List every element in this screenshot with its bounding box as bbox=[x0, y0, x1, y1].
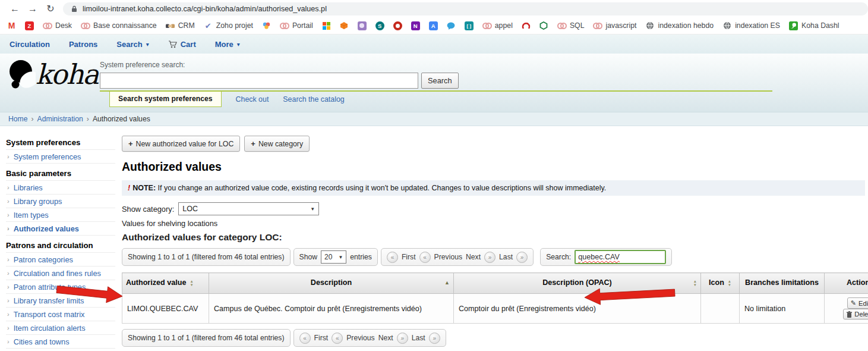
bookmark-crm[interactable]: CRM bbox=[166, 21, 195, 30]
next-page-icon[interactable]: » bbox=[397, 333, 408, 344]
bookmark-sharepoint[interactable] bbox=[375, 21, 384, 30]
bookmark-base-connaissance[interactable]: Base connaissance bbox=[81, 21, 157, 30]
column-authorized-value[interactable]: Authorized value▲▼ bbox=[122, 273, 209, 294]
green-hexagon-icon bbox=[539, 21, 548, 30]
table-search: Search: quebec.CAV bbox=[540, 248, 672, 266]
next-page-button[interactable]: Next bbox=[466, 253, 481, 261]
sidebar-item-item-circulation-alerts[interactable]: ›Item circulation alerts bbox=[6, 321, 115, 335]
sidebar-item-cities-and-towns[interactable]: ›Cities and towns bbox=[6, 335, 115, 349]
bookmark-cube[interactable] bbox=[340, 21, 349, 30]
nav-search[interactable]: Search▾ bbox=[116, 40, 149, 49]
chevron-right-icon: › bbox=[7, 283, 10, 290]
last-page-icon[interactable]: » bbox=[429, 333, 440, 344]
sidebar-item-patron-attribute-types[interactable]: ›Patron attribute types bbox=[6, 280, 115, 294]
header-search-tabs: Search system preferences Check out Sear… bbox=[100, 90, 772, 107]
first-page-icon[interactable]: « bbox=[299, 333, 311, 344]
sidebar-item-item-types[interactable]: ›Item types bbox=[6, 208, 115, 222]
handshake-icon bbox=[166, 21, 175, 30]
bookmark-koha-dash[interactable]: Koha Dashl bbox=[789, 21, 839, 30]
bookmark-onenote[interactable] bbox=[411, 21, 420, 30]
bookmark-gear[interactable] bbox=[393, 21, 402, 30]
bookmark-appel[interactable]: appel bbox=[482, 21, 513, 30]
sidebar-item-patron-categories[interactable]: ›Patron categories bbox=[6, 252, 115, 267]
trash-icon bbox=[847, 311, 852, 318]
code-brackets-icon bbox=[465, 21, 474, 30]
bookmark-javascript[interactable]: javascript bbox=[593, 21, 636, 30]
table-pagination: «First «Previous Next» Last» bbox=[293, 329, 446, 347]
sidebar-item-library-transfer-limits[interactable]: ›Library transfer limits bbox=[6, 294, 115, 308]
bookmark-microsoft[interactable] bbox=[322, 21, 331, 30]
breadcrumb-administration[interactable]: Administration bbox=[37, 115, 83, 123]
syspref-search-button[interactable]: Search bbox=[421, 73, 459, 89]
sort-icon[interactable]: ▲▼ bbox=[190, 280, 193, 286]
show-category-label: Show category: bbox=[122, 205, 174, 214]
sidebar-item-authorized-values[interactable]: ›Authorized values bbox=[6, 222, 115, 236]
purple-dog-icon bbox=[358, 21, 367, 30]
bookmark-brackets[interactable] bbox=[465, 21, 474, 30]
zoho-z-icon bbox=[25, 21, 34, 30]
nav-circulation[interactable]: Circulation bbox=[10, 40, 50, 49]
entries-select[interactable]: 20▼ bbox=[321, 250, 346, 264]
category-select[interactable]: LOC▼ bbox=[178, 202, 319, 215]
bookmark-portail[interactable]: Portail bbox=[280, 21, 313, 30]
last-page-button[interactable]: Last bbox=[499, 253, 513, 261]
back-button[interactable]: ← bbox=[6, 0, 24, 17]
plus-icon: + bbox=[251, 139, 255, 148]
sidebar-item-transport-cost-matrix[interactable]: ›Transport cost matrix bbox=[6, 308, 115, 321]
column-description-opac[interactable]: Description (OPAC)▲▼ bbox=[454, 273, 701, 294]
previous-page-button[interactable]: Previous bbox=[346, 334, 374, 342]
syspref-search-input[interactable] bbox=[100, 73, 418, 89]
sidebar-item-system-preferences[interactable]: ›System preferences bbox=[6, 149, 115, 164]
column-description[interactable]: Description▲ bbox=[209, 273, 454, 294]
bookmark-chat[interactable] bbox=[447, 21, 456, 30]
bookmark-palette[interactable] bbox=[262, 21, 271, 30]
note-banner: !NOTE: If you change an authorized value… bbox=[122, 180, 865, 196]
delete-button[interactable]: Delete bbox=[843, 309, 868, 319]
breadcrumb-home[interactable]: Home bbox=[8, 115, 28, 123]
reload-button[interactable]: ↻ bbox=[42, 0, 59, 17]
sort-icon[interactable]: ▲▼ bbox=[693, 280, 697, 286]
bookmark-zoho-projet[interactable]: Zoho projet bbox=[204, 21, 253, 30]
new-category-button[interactable]: +New category bbox=[244, 136, 310, 152]
new-authorized-value-button[interactable]: +New authorized value for LOC bbox=[122, 136, 240, 152]
bookmark-dog[interactable] bbox=[358, 21, 367, 30]
breadcrumb-separator: › bbox=[87, 115, 89, 123]
sort-icon[interactable]: ▲▼ bbox=[728, 280, 731, 286]
bookmark-hexagon[interactable] bbox=[539, 21, 548, 30]
next-page-button[interactable]: Next bbox=[378, 334, 393, 342]
bookmark-zoho[interactable] bbox=[25, 21, 34, 30]
bookmark-indexation-hebdo[interactable]: indexation hebdo bbox=[645, 21, 714, 30]
first-page-button[interactable]: First bbox=[314, 334, 329, 342]
tab-check-out[interactable]: Check out bbox=[236, 95, 269, 104]
sidebar-item-library-groups[interactable]: ›Library groups bbox=[6, 195, 115, 208]
pencil-icon: ✎ bbox=[851, 299, 856, 307]
bookmark-sql[interactable]: SQL bbox=[557, 21, 585, 30]
bookmark-indexation-es[interactable]: indexation ES bbox=[722, 21, 780, 30]
previous-page-icon[interactable]: « bbox=[332, 333, 343, 344]
tab-search-the-catalog[interactable]: Search the catalog bbox=[283, 95, 344, 104]
sidebar-item-libraries[interactable]: ›Libraries bbox=[6, 180, 115, 195]
sidebar-item-circulation-fines-rules[interactable]: ›Circulation and fines rules bbox=[6, 267, 115, 280]
bookmark-desk[interactable]: Desk bbox=[43, 21, 72, 30]
nav-cart[interactable]: Cart bbox=[168, 40, 196, 49]
bookmark-gmail[interactable] bbox=[7, 21, 16, 30]
bookmark-translate[interactable] bbox=[429, 21, 438, 30]
last-page-button[interactable]: Last bbox=[412, 334, 425, 342]
previous-page-icon[interactable]: « bbox=[419, 252, 431, 263]
last-page-icon[interactable]: » bbox=[516, 252, 528, 263]
next-page-icon[interactable]: » bbox=[484, 252, 495, 263]
column-icon[interactable]: Icon▲▼ bbox=[701, 273, 740, 294]
sort-asc-icon[interactable]: ▲ bbox=[444, 279, 450, 287]
tab-search-system-preferences[interactable]: Search system preferences bbox=[109, 92, 222, 107]
first-page-button[interactable]: First bbox=[402, 253, 416, 261]
edit-button[interactable]: ✎Edit bbox=[847, 297, 868, 309]
nav-more[interactable]: More▾ bbox=[215, 40, 240, 49]
address-bar[interactable]: limoilou-intranet.koha.collecto.ca/cgi-b… bbox=[63, 2, 868, 15]
table-search-input[interactable]: quebec.CAV bbox=[575, 250, 666, 264]
previous-page-button[interactable]: Previous bbox=[434, 253, 462, 261]
bookmark-arc[interactable] bbox=[522, 21, 531, 30]
cell-actions: ✎Edit Delete bbox=[825, 294, 868, 324]
first-page-icon[interactable]: « bbox=[387, 252, 398, 263]
nav-patrons[interactable]: Patrons bbox=[69, 40, 97, 49]
forward-button[interactable]: → bbox=[24, 0, 42, 17]
